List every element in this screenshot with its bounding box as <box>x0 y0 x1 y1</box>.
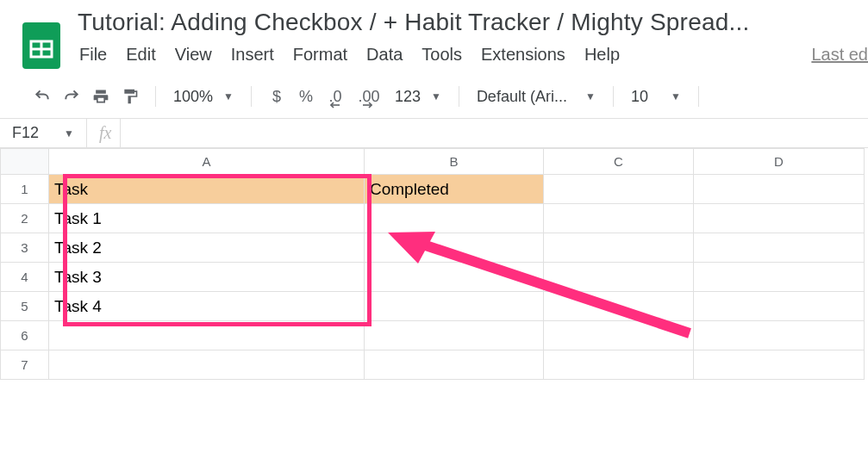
row-header-7[interactable]: 7 <box>1 350 49 380</box>
document-title[interactable]: Tutorial: Adding Checkbox / + Habit Trac… <box>78 9 868 36</box>
name-box-value: F12 <box>12 124 39 142</box>
cell-D6[interactable] <box>694 321 865 350</box>
toolbar-separator <box>251 86 252 107</box>
row-header-4[interactable]: 4 <box>1 263 49 292</box>
increase-decimal-button[interactable]: .00 <box>352 84 386 109</box>
menu-file[interactable]: File <box>79 45 107 65</box>
undo-button[interactable] <box>29 84 55 109</box>
row-header-2[interactable]: 2 <box>1 204 49 233</box>
toolbar-separator <box>698 86 699 107</box>
cell-C2[interactable] <box>544 204 694 233</box>
fx-label: fx <box>86 119 120 147</box>
name-box[interactable]: F12 ▼ <box>0 124 86 142</box>
menu-bar: File Edit View Insert Format Data Tools … <box>78 36 868 75</box>
toolbar-separator <box>459 86 459 107</box>
select-all-corner[interactable] <box>1 149 49 175</box>
menu-data[interactable]: Data <box>366 45 403 65</box>
cell-A4[interactable]: Task 3 <box>49 263 365 292</box>
formula-input[interactable] <box>120 119 868 147</box>
cell-C6[interactable] <box>544 321 694 350</box>
cell-B4[interactable] <box>365 263 544 292</box>
chevron-down-icon: ▼ <box>64 127 74 140</box>
currency-button[interactable]: $ <box>264 84 290 109</box>
cell-C4[interactable] <box>544 263 694 292</box>
header: Tutorial: Adding Checkbox / + Habit Trac… <box>0 0 868 75</box>
cell-A7[interactable] <box>49 350 365 380</box>
cell-C5[interactable] <box>544 292 694 321</box>
cell-D7[interactable] <box>694 350 865 380</box>
row-header-5[interactable]: 5 <box>1 292 49 321</box>
cell-D3[interactable] <box>694 233 865 263</box>
cell-D4[interactable] <box>694 263 865 292</box>
menu-view[interactable]: View <box>175 45 212 65</box>
chevron-down-icon: ▼ <box>223 90 234 102</box>
cell-A5[interactable]: Task 4 <box>49 292 365 321</box>
col-header-B[interactable]: B <box>365 149 544 175</box>
menu-extensions[interactable]: Extensions <box>481 45 565 65</box>
zoom-select[interactable]: 100% ▼ <box>168 88 239 106</box>
cell-A3[interactable]: Task 2 <box>49 233 365 263</box>
cell-B2[interactable] <box>365 204 544 233</box>
formula-bar: F12 ▼ fx <box>0 119 868 148</box>
menu-insert[interactable]: Insert <box>231 45 274 65</box>
font-size-select[interactable]: 10 ▼ <box>626 88 686 106</box>
menu-tools[interactable]: Tools <box>422 45 462 65</box>
cell-A6[interactable] <box>49 321 365 350</box>
spreadsheet-grid[interactable]: A B C D 1 Task Completed 2 Task 1 3 Task… <box>0 148 868 380</box>
cell-A2[interactable]: Task 1 <box>49 204 365 233</box>
row-header-1[interactable]: 1 <box>1 175 49 204</box>
cell-D5[interactable] <box>694 292 865 321</box>
number-format-select[interactable]: 123 ▼ <box>390 88 446 106</box>
chevron-down-icon: ▼ <box>671 90 681 102</box>
chevron-down-icon: ▼ <box>585 90 596 102</box>
zoom-value: 100% <box>173 88 213 106</box>
last-edit-link[interactable]: Last ed <box>811 45 868 65</box>
cell-C3[interactable] <box>544 233 694 263</box>
redo-button[interactable] <box>59 84 84 109</box>
cell-B7[interactable] <box>365 350 544 380</box>
cell-B3[interactable] <box>365 233 544 263</box>
percent-button[interactable]: % <box>293 84 319 109</box>
cell-B5[interactable] <box>365 292 544 321</box>
toolbar: 100% ▼ $ % .0 .00 123 ▼ Default (Ari... … <box>0 75 868 119</box>
cell-B6[interactable] <box>365 321 544 350</box>
cell-C1[interactable] <box>544 175 694 204</box>
toolbar-separator <box>613 86 614 107</box>
menu-help[interactable]: Help <box>584 45 620 65</box>
font-name: Default (Ari... <box>477 88 567 106</box>
col-header-A[interactable]: A <box>49 149 365 175</box>
row-header-6[interactable]: 6 <box>1 321 49 350</box>
cell-C7[interactable] <box>544 350 694 380</box>
font-size-value: 10 <box>631 88 648 106</box>
chevron-down-icon: ▼ <box>431 90 441 102</box>
decrease-decimal-button[interactable]: .0 <box>322 84 348 109</box>
col-header-D[interactable]: D <box>694 149 865 175</box>
toolbar-separator <box>155 86 156 107</box>
font-select[interactable]: Default (Ari... ▼ <box>471 88 601 106</box>
sheets-logo-icon <box>21 19 62 71</box>
menu-edit[interactable]: Edit <box>126 45 155 65</box>
row-header-3[interactable]: 3 <box>1 233 49 263</box>
cell-A1[interactable]: Task <box>49 175 365 204</box>
menu-format[interactable]: Format <box>293 45 347 65</box>
print-button[interactable] <box>88 84 114 109</box>
col-header-C[interactable]: C <box>544 149 694 175</box>
paint-format-button[interactable] <box>117 84 143 109</box>
number-format-label: 123 <box>395 88 421 106</box>
cell-D1[interactable] <box>694 175 865 204</box>
cell-D2[interactable] <box>694 204 865 233</box>
cell-B1[interactable]: Completed <box>365 175 544 204</box>
